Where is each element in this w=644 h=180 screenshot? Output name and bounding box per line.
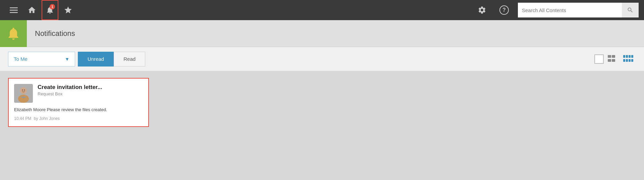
svg-rect-7	[623, 55, 625, 58]
svg-point-17	[18, 95, 29, 103]
svg-rect-13	[629, 59, 631, 62]
content-area: Create invitation letter... Request Box …	[0, 71, 644, 172]
svg-rect-6	[612, 59, 615, 62]
notification-card[interactable]: Create invitation letter... Request Box …	[8, 78, 149, 127]
view-controls	[594, 54, 636, 64]
svg-point-19	[24, 90, 25, 91]
topbar: 1 ?	[0, 0, 644, 20]
filter-dropdown[interactable]: To Me ▼	[8, 52, 75, 66]
select-all-checkbox[interactable]	[594, 54, 604, 64]
svg-rect-4	[612, 55, 615, 58]
menu-icon[interactable]	[5, 0, 22, 20]
notification-card-body: Elizabeth Moore Please review the files …	[14, 107, 143, 113]
tab-read[interactable]: Read	[114, 52, 145, 66]
notifications-header: Notifications	[0, 20, 644, 47]
notification-card-footer: 10:44 PM by John Jones	[14, 116, 143, 121]
search-input[interactable]	[518, 3, 622, 17]
help-icon[interactable]: ?	[496, 0, 513, 20]
notifications-title: Notifications	[35, 29, 75, 38]
search-button[interactable]	[622, 3, 639, 17]
list-view-button[interactable]	[606, 54, 620, 64]
topbar-left: 1	[5, 0, 471, 20]
svg-rect-0	[10, 7, 18, 8]
notification-author: by John Jones	[34, 116, 60, 121]
svg-point-18	[22, 90, 23, 91]
svg-rect-5	[608, 59, 611, 62]
settings-icon[interactable]	[474, 0, 490, 20]
svg-rect-14	[631, 59, 633, 62]
svg-point-16	[20, 87, 27, 94]
notification-badge: 1	[50, 4, 55, 9]
svg-rect-1	[10, 10, 18, 11]
favorites-icon[interactable]	[60, 0, 76, 20]
topbar-right: ?	[474, 0, 639, 20]
svg-rect-2	[10, 12, 18, 13]
notification-card-content: Create invitation letter... Request Box	[38, 84, 143, 96]
filter-dropdown-label: To Me	[14, 56, 28, 62]
chevron-down-icon: ▼	[65, 56, 69, 62]
svg-rect-10	[631, 55, 633, 58]
grid-view-button[interactable]	[623, 54, 636, 64]
search-box	[518, 3, 639, 17]
svg-rect-9	[629, 55, 631, 58]
notification-card-title: Create invitation letter...	[38, 84, 143, 91]
notifications-icon-wrap	[0, 20, 27, 47]
svg-rect-8	[626, 55, 628, 58]
tab-group: Unread Read	[78, 52, 145, 66]
svg-rect-11	[623, 59, 625, 62]
notification-card-subtitle: Request Box	[38, 91, 143, 96]
svg-rect-3	[608, 55, 611, 58]
home-icon[interactable]	[23, 0, 40, 20]
notification-card-top: Create invitation letter... Request Box	[14, 84, 143, 103]
svg-rect-12	[626, 59, 628, 62]
notification-time: 10:44 PM	[14, 116, 31, 121]
bell-icon[interactable]: 1	[42, 0, 58, 20]
bell-large-icon	[6, 26, 21, 41]
avatar	[14, 84, 33, 103]
tab-unread[interactable]: Unread	[78, 52, 114, 66]
filters-row: To Me ▼ Unread Read	[0, 47, 644, 71]
